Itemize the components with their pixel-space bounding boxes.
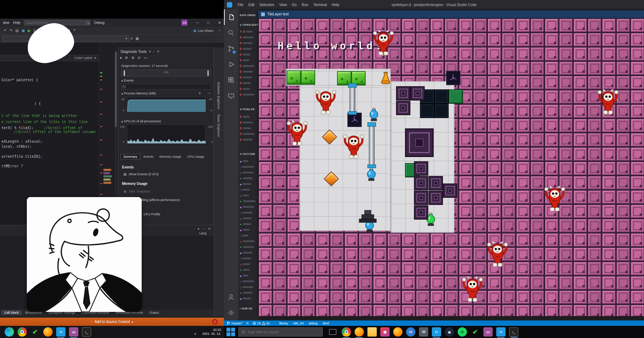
timeline-handle-right[interactable] bbox=[208, 70, 209, 76]
list-item[interactable]: ✦ bbox=[238, 175, 259, 181]
taskbar-app-icon-visual-studio[interactable]: ∞ bbox=[483, 327, 493, 337]
taskbar-app-icon-terminal[interactable]: ›_ bbox=[509, 327, 518, 337]
close-icon[interactable]: ✕ bbox=[208, 227, 211, 231]
game-title-bar[interactable]: TileLayer test bbox=[258, 10, 644, 18]
menu-help[interactable]: Help bbox=[332, 3, 340, 7]
menu-file[interactable]: File bbox=[238, 3, 243, 7]
activity-explorer[interactable] bbox=[224, 9, 238, 25]
close-icon[interactable]: ✕ bbox=[157, 50, 160, 53]
git-branch-item[interactable]: master* bbox=[227, 321, 243, 325]
tab-cpu-usage[interactable]: CPU Usage bbox=[185, 154, 207, 159]
save-icon[interactable]: ▣ bbox=[21, 29, 25, 33]
tab-summary[interactable]: Summary bbox=[121, 154, 140, 160]
activity-source-control[interactable] bbox=[224, 41, 238, 57]
task-view-button[interactable] bbox=[329, 329, 336, 335]
gear-icon[interactable] bbox=[224, 305, 238, 320]
list-item[interactable]: □ bbox=[238, 255, 259, 261]
bell-icon[interactable]: ◔ bbox=[218, 29, 220, 33]
list-item[interactable]: □ bbox=[238, 232, 259, 238]
bottom-tab-call-stack[interactable]: Call Stack bbox=[1, 310, 22, 315]
cpu-section-header[interactable]: ▴ CPU (% of all processors) bbox=[121, 119, 161, 123]
taskbar-app-icon-firefox[interactable] bbox=[43, 327, 53, 337]
list-item[interactable]: D bbox=[238, 114, 259, 119]
minimize-icon[interactable]: ─ bbox=[196, 21, 199, 25]
menu-run[interactable]: Run bbox=[302, 3, 308, 7]
taskbar-app-icon-file-explorer[interactable] bbox=[367, 327, 377, 337]
taskbar-app-icon-thunderbird[interactable]: ✉ bbox=[406, 327, 415, 337]
list-item[interactable]: ◆ bbox=[238, 204, 259, 210]
outline-header[interactable]: ∨ OUTLINE bbox=[240, 152, 255, 156]
show-events-link[interactable]: ▤Show Events (0 of 0) bbox=[123, 172, 158, 176]
list-item[interactable]: ◆ bbox=[238, 295, 259, 301]
list-item[interactable]: ✕D bbox=[238, 29, 259, 34]
activity-remote-explorer[interactable] bbox=[224, 88, 238, 104]
windows-search-box[interactable] bbox=[238, 327, 323, 337]
float-window-icon[interactable]: ▫ bbox=[204, 227, 205, 231]
list-item[interactable]: D bbox=[238, 131, 259, 137]
live-share-button[interactable]: Live Share bbox=[198, 29, 213, 33]
list-item[interactable]: ◇ bbox=[238, 192, 259, 198]
taskbar-app-icon-firefox-dev[interactable] bbox=[393, 327, 402, 337]
events-section-header[interactable]: ▴ Events bbox=[121, 79, 134, 82]
list-item[interactable]: ✦ bbox=[238, 290, 259, 295]
taskbar-app-icon-photos[interactable]: ◉ bbox=[380, 327, 390, 337]
float-window-icon[interactable]: ▫ bbox=[153, 50, 154, 53]
filter-icon[interactable]: ▼ bbox=[198, 92, 201, 95]
taskbar-app-icon-spotify[interactable]: ≋ bbox=[458, 327, 467, 337]
list-item[interactable]: ◇ bbox=[238, 170, 259, 175]
list-item[interactable]: D bbox=[238, 34, 259, 40]
close-icon[interactable]: ✕ bbox=[218, 21, 221, 25]
settings-icon[interactable]: ⚙ bbox=[125, 56, 128, 60]
open-editors-header[interactable]: ∨ OPEN EDITORS bbox=[240, 23, 259, 26]
toolbar-icon[interactable]: ≡ bbox=[131, 36, 133, 40]
taskbar-app-icon-vscode[interactable]: ‹› bbox=[432, 327, 441, 337]
taskbar-app-icon-tortoise-check[interactable]: ✔ bbox=[470, 327, 480, 337]
list-item[interactable]: D bbox=[238, 86, 259, 92]
account-avatar[interactable]: LS bbox=[181, 20, 187, 26]
menu-edit[interactable]: Edit bbox=[248, 3, 254, 7]
list-item[interactable]: ✦ bbox=[238, 244, 259, 250]
list-item[interactable]: □ bbox=[238, 210, 259, 215]
list-item[interactable]: ◆ bbox=[238, 227, 259, 232]
list-item[interactable]: D bbox=[238, 119, 259, 125]
windows-search-input[interactable] bbox=[247, 330, 312, 334]
list-item[interactable]: D bbox=[238, 137, 259, 142]
dub-dependencies-header[interactable]: › DUB DE bbox=[240, 307, 253, 310]
activity-search[interactable] bbox=[224, 25, 238, 41]
status-item-library[interactable]: library bbox=[279, 322, 288, 325]
caret-up-icon[interactable]: ▴ bbox=[132, 320, 133, 323]
tab-events[interactable]: Events bbox=[141, 154, 156, 159]
menu-go[interactable]: Go bbox=[292, 3, 297, 7]
start-button[interactable] bbox=[226, 327, 235, 337]
reset-view-icon[interactable]: ▭ bbox=[144, 56, 147, 60]
taskbar-app-icon-tortoise-check[interactable]: ✔ bbox=[30, 327, 40, 337]
maximize-icon[interactable]: □ bbox=[208, 21, 210, 25]
chevron-down-icon[interactable]: ▾ bbox=[197, 227, 199, 231]
chart-options-icon[interactable]: ◔◔ bbox=[207, 92, 211, 95]
scrollbar-thumb[interactable] bbox=[115, 52, 117, 127]
status-item-dmd[interactable]: dmd bbox=[323, 322, 329, 325]
system-clock[interactable]: ∧ 22:23 2021. 02. 12. bbox=[194, 328, 221, 336]
list-item[interactable]: D bbox=[238, 46, 259, 52]
list-item[interactable]: D bbox=[238, 125, 259, 131]
list-item[interactable]: □ bbox=[238, 278, 259, 284]
toolbar-icon[interactable]: ▦ bbox=[136, 36, 139, 40]
cpu-profile-button[interactable]: CPU Profile bbox=[143, 212, 160, 216]
list-item[interactable]: D bbox=[238, 80, 259, 86]
taskbar-app-icon-steam[interactable]: ◉ bbox=[445, 327, 454, 337]
taskbar-app-icon-chrome[interactable] bbox=[342, 327, 351, 337]
menu-view[interactable]: View bbox=[279, 3, 287, 7]
taskbar-app-icon-edge[interactable] bbox=[5, 327, 14, 337]
tray-expand-icon[interactable]: ∧ bbox=[194, 332, 196, 335]
list-item[interactable]: D bbox=[238, 57, 259, 63]
menu-selection[interactable]: Selection bbox=[259, 3, 274, 7]
list-item[interactable]: □ bbox=[238, 187, 259, 192]
list-item[interactable]: □ bbox=[238, 164, 259, 170]
activity-run-debug[interactable] bbox=[224, 57, 238, 72]
list-item[interactable]: D bbox=[238, 74, 259, 80]
list-item[interactable]: D bbox=[238, 69, 259, 74]
list-item[interactable]: D bbox=[238, 52, 259, 57]
account-icon[interactable] bbox=[224, 289, 238, 305]
lang-column-header[interactable]: Lang bbox=[199, 231, 206, 235]
timeline-handle-left[interactable] bbox=[124, 70, 125, 76]
